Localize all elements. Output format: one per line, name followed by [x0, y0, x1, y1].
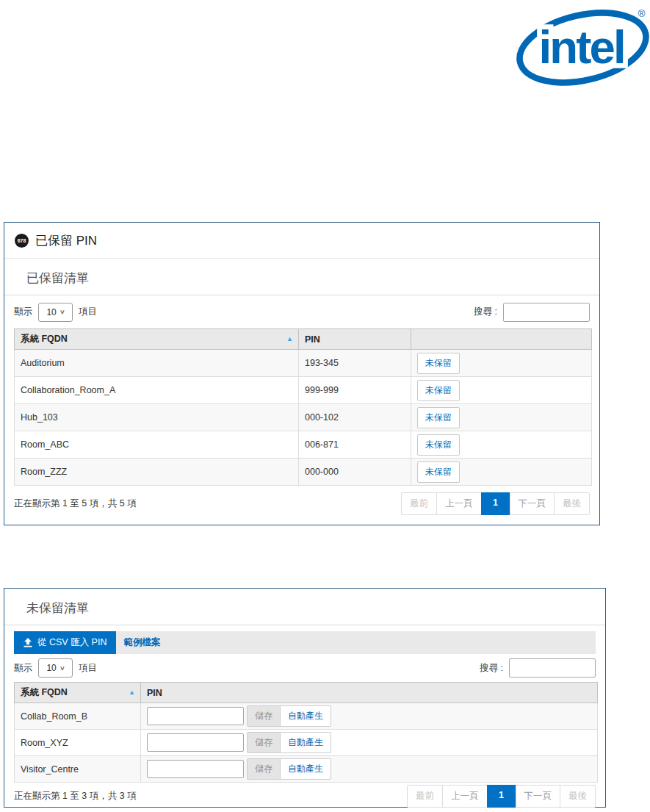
pin-cell: 999-999 — [299, 377, 411, 404]
search-input[interactable] — [509, 658, 596, 678]
pagination-last-button[interactable]: 最後 — [560, 785, 596, 808]
reserved-pin-panel: 678 已保留 PIN 已保留清單 顯示 10 ∨ 項目 搜尋 : 系統 FQD… — [4, 222, 600, 525]
fqdn-cell: Room_XYZ — [15, 730, 141, 756]
pagination-page-1-button[interactable]: 1 — [487, 785, 516, 808]
pin-cell: 000-000 — [299, 459, 411, 486]
sort-ascending-icon: ▲ — [286, 335, 293, 342]
pagination-first-button[interactable]: 最前 — [401, 492, 437, 515]
unreserve-button[interactable]: 未保留 — [417, 380, 460, 401]
show-label: 顯示 — [14, 306, 32, 318]
auto-generate-button[interactable]: 自動產生 — [280, 758, 331, 780]
fqdn-cell: Room_ABC — [15, 431, 299, 459]
search-input[interactable] — [503, 303, 590, 322]
intel-logo-graphic: intel ® — [516, 0, 650, 93]
pin-input[interactable] — [147, 707, 244, 725]
unreserved-pins-table: 系統 FQDN ▲ PIN Collab_Room_B 儲存 自動產生 Room… — [14, 682, 598, 783]
csv-import-toolbar: 從 CSV 匯入 PIN 範例檔案 — [14, 631, 596, 654]
column-header-pin[interactable]: PIN — [299, 329, 411, 350]
showing-entries-info: 正在顯示第 1 至 3 項，共 3 項 — [14, 790, 137, 802]
unreserved-list-section-title: 未保留清單 — [4, 589, 605, 625]
import-csv-button[interactable]: 從 CSV 匯入 PIN — [14, 631, 116, 654]
save-button[interactable]: 儲存 — [247, 705, 281, 727]
pagination-last-button[interactable]: 最後 — [554, 492, 590, 515]
table-header-row: 系統 FQDN ▲ PIN — [15, 329, 592, 350]
unreserved-table-controls: 顯示 10 ∨ 項目 搜尋 : — [4, 654, 605, 682]
column-header-fqdn[interactable]: 系統 FQDN ▲ — [15, 329, 299, 350]
pagination: 最前 上一頁 1 下一頁 最後 — [407, 785, 596, 808]
search-label: 搜尋 : — [480, 662, 503, 675]
pin-cell: 000-102 — [299, 404, 411, 431]
pin-cell: 193-345 — [299, 350, 411, 377]
reserved-table-footer: 正在顯示第 1 至 5 項，共 5 項 最前 上一頁 1 下一頁 最後 — [4, 486, 599, 522]
unreserve-button[interactable]: 未保留 — [417, 353, 460, 374]
unreserve-button[interactable]: 未保留 — [417, 407, 460, 428]
import-csv-label: 從 CSV 匯入 PIN — [37, 636, 106, 649]
pagination-next-button[interactable]: 下一頁 — [516, 785, 561, 808]
reserved-list-section-title: 已保留清單 — [4, 259, 599, 295]
pin-input[interactable] — [147, 733, 244, 752]
page-header: 678 已保留 PIN — [4, 223, 599, 259]
pagination: 最前 上一頁 1 下一頁 最後 — [401, 492, 590, 515]
pin-cell: 006-871 — [299, 431, 411, 459]
chevron-down-icon: ∨ — [59, 665, 65, 672]
unreserve-button[interactable]: 未保留 — [417, 434, 460, 456]
sort-ascending-icon: ▲ — [129, 689, 135, 696]
table-header-row: 系統 FQDN ▲ PIN — [15, 683, 598, 703]
pagination-previous-button[interactable]: 上一頁 — [442, 785, 488, 808]
column-header-fqdn[interactable]: 系統 FQDN ▲ — [15, 683, 141, 703]
pagination-previous-button[interactable]: 上一頁 — [436, 492, 482, 515]
page-title: 已保留 PIN — [35, 232, 97, 249]
pagination-page-1-button[interactable]: 1 — [481, 492, 510, 515]
show-label: 顯示 — [14, 662, 32, 675]
reserved-pin-icon: 678 — [15, 234, 29, 248]
registered-mark: ® — [638, 8, 645, 19]
search-label: 搜尋 : — [474, 306, 497, 318]
page-size-select[interactable]: 10 ∨ — [38, 303, 73, 322]
fqdn-cell: Hub_103 — [15, 404, 299, 431]
table-row: Room_XYZ 儲存 自動產生 — [15, 730, 598, 756]
table-row: Collaboration_Room_A 999-999 未保留 — [15, 377, 592, 404]
auto-generate-button[interactable]: 自動產生 — [280, 732, 331, 753]
intel-logo: intel ® — [516, 0, 650, 93]
pagination-first-button[interactable]: 最前 — [407, 785, 443, 808]
fqdn-cell: Collaboration_Room_A — [15, 377, 299, 404]
page-size-value: 10 — [46, 663, 56, 673]
reserved-table-controls: 顯示 10 ∨ 項目 搜尋 : — [4, 295, 599, 328]
fqdn-cell: Collab_Room_B — [15, 703, 141, 730]
items-label: 項目 — [79, 306, 97, 318]
intel-logo-text: intel — [538, 21, 624, 73]
table-row: Room_ABC 006-871 未保留 — [15, 431, 592, 459]
auto-generate-button[interactable]: 自動產生 — [280, 705, 331, 727]
column-header-pin[interactable]: PIN — [141, 683, 598, 703]
chevron-down-icon: ∨ — [59, 309, 65, 315]
pagination-next-button[interactable]: 下一頁 — [510, 492, 555, 515]
table-row: Collab_Room_B 儲存 自動產生 — [15, 703, 598, 730]
fqdn-cell: Auditorium — [15, 350, 299, 377]
save-button[interactable]: 儲存 — [247, 758, 281, 780]
page-size-value: 10 — [46, 307, 56, 317]
items-label: 項目 — [79, 662, 97, 675]
save-button[interactable]: 儲存 — [247, 732, 281, 753]
table-row: Room_ZZZ 000-000 未保留 — [15, 459, 592, 486]
unreserved-list-panel: 未保留清單 從 CSV 匯入 PIN 範例檔案 顯示 10 ∨ 項目 搜尋 : — [4, 588, 606, 808]
fqdn-cell: Room_ZZZ — [15, 459, 299, 486]
fqdn-cell: Visitor_Centre — [15, 756, 141, 783]
table-row: Hub_103 000-102 未保留 — [15, 404, 592, 431]
unreserved-table-footer: 正在顯示第 1 至 3 項，共 3 項 最前 上一頁 1 下一頁 最後 — [4, 783, 605, 809]
table-row: Auditorium 193-345 未保留 — [15, 350, 592, 377]
pin-input[interactable] — [147, 760, 244, 778]
column-header-actions — [411, 329, 592, 350]
unreserve-button[interactable]: 未保留 — [417, 461, 460, 483]
sample-file-link[interactable]: 範例檔案 — [123, 636, 160, 649]
table-row: Visitor_Centre 儲存 自動產生 — [15, 756, 598, 783]
page-size-select[interactable]: 10 ∨ — [38, 658, 73, 678]
showing-entries-info: 正在顯示第 1 至 5 項，共 5 項 — [14, 497, 137, 510]
reserved-pins-table: 系統 FQDN ▲ PIN Auditorium 193-345 未保留 Col… — [14, 328, 592, 486]
upload-icon — [24, 638, 32, 647]
